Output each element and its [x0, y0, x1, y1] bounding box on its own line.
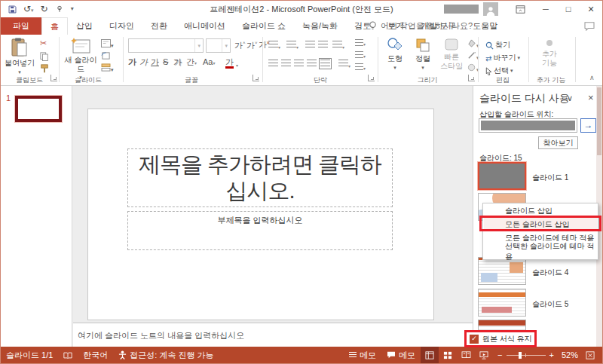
undo-icon[interactable]: ↺▾: [23, 5, 34, 14]
copy-icon[interactable]: [40, 52, 49, 63]
context-menu-item[interactable]: 슬라이드 삽입: [484, 204, 597, 218]
zoom-in-icon[interactable]: +: [549, 350, 554, 359]
align-left-icon[interactable]: [268, 60, 278, 69]
replace-button[interactable]: ⇄ 바꾸기▾: [485, 53, 520, 63]
comment-bubble-icon[interactable]: [584, 20, 595, 34]
browse-button[interactable]: 찾아보기: [538, 136, 578, 149]
select-button[interactable]: 선택▾: [485, 66, 513, 76]
view-slideshow-button[interactable]: [475, 347, 493, 363]
ribbon-tab[interactable]: 전환: [142, 17, 176, 35]
customize-qat-icon[interactable]: ▾: [71, 6, 74, 12]
bold-icon[interactable]: 가: [128, 58, 136, 66]
columns-icon[interactable]: ▾: [338, 60, 350, 69]
close-button[interactable]: ×: [580, 1, 602, 17]
ribbon-tab[interactable]: 애니메이션: [176, 17, 234, 35]
font-dialog-launcher[interactable]: [253, 75, 259, 81]
align-center-icon[interactable]: [281, 60, 291, 69]
context-menu-item[interactable]: 모든 슬라이드 삽입: [484, 218, 597, 231]
minimize-button[interactable]: ─: [534, 1, 557, 17]
numbering-icon[interactable]: ▾: [286, 41, 298, 50]
reset-slide-icon[interactable]: [101, 51, 111, 62]
ribbon-tab[interactable]: 슬라이드 쇼: [234, 17, 294, 35]
view-reading-button[interactable]: [457, 347, 475, 363]
pane-slide-1-thumbnail[interactable]: [478, 162, 526, 190]
paragraph-dialog-launcher[interactable]: [368, 75, 375, 81]
view-normal-button[interactable]: [421, 347, 439, 363]
zoom-slider-thumb[interactable]: [519, 352, 522, 359]
new-slide-button[interactable]: 새 슬라이드▾: [64, 38, 97, 80]
zoom-level[interactable]: 52%: [559, 347, 581, 363]
text-direction-icon[interactable]: ▾: [355, 39, 366, 47]
spellcheck-icon[interactable]: [58, 347, 78, 363]
format-painter-icon[interactable]: [40, 64, 49, 75]
font-size-combobox[interactable]: ▾: [206, 38, 231, 53]
language-indicator[interactable]: 한국어: [78, 347, 113, 363]
paste-button[interactable]: 붙여넣기▾: [5, 38, 35, 75]
layout-icon[interactable]: ▾: [101, 39, 114, 49]
font-color-icon[interactable]: 가: [225, 58, 234, 69]
slide-canvas[interactable]: 제목을 추가하려면 클릭하십시오. 부제목을 입력하십시오: [87, 109, 434, 320]
title-placeholder[interactable]: 제목을 추가하려면 클릭하십시오.: [127, 148, 393, 207]
font-color-dropdown[interactable]: ▾: [236, 60, 238, 69]
slide-thumbnail-panel[interactable]: 1: [1, 86, 72, 348]
tell-me-box[interactable]: 어떤 작업을 원하시나요?: [361, 17, 473, 35]
cut-icon[interactable]: ✂: [40, 39, 47, 47]
ribbon-display-options-icon[interactable]: [509, 1, 531, 17]
align-right-icon[interactable]: [294, 60, 304, 69]
text-shadow-icon[interactable]: 가: [173, 58, 182, 66]
arrange-button[interactable]: 정렬▾: [410, 38, 436, 70]
view-slide-sorter-button[interactable]: [439, 347, 457, 363]
strikethrough-icon[interactable]: S: [163, 58, 168, 66]
slide-1-thumbnail-annotated[interactable]: [15, 96, 62, 122]
increase-indent-icon[interactable]: [318, 41, 328, 50]
fit-to-window-icon[interactable]: [581, 347, 599, 363]
subtitle-placeholder[interactable]: 부제목을 입력하십시오: [127, 211, 393, 250]
pane-slide-5-thumbnail[interactable]: [478, 289, 526, 317]
align-text-icon[interactable]: ▾: [355, 51, 366, 60]
ribbon-tab[interactable]: 삽입: [68, 17, 101, 35]
slide-counter[interactable]: 슬라이드 1/1: [1, 347, 58, 363]
pane-close-icon[interactable]: ×: [588, 92, 594, 103]
addins-button[interactable]: 추가기능: [534, 38, 565, 67]
notes-toggle[interactable]: 메모: [344, 347, 381, 363]
distribute-icon[interactable]: [320, 60, 330, 69]
font-name-combobox[interactable]: ▾: [128, 38, 204, 53]
underline-icon[interactable]: 가: [151, 58, 159, 66]
go-arrow-button[interactable]: →: [580, 118, 596, 133]
ribbon-tab[interactable]: 홈: [41, 17, 68, 35]
change-case-icon[interactable]: Aa▾: [203, 58, 215, 66]
zoom-slider[interactable]: [507, 355, 546, 356]
section-icon[interactable]: ▾: [101, 63, 114, 73]
grow-font-icon[interactable]: 가˄: [234, 41, 246, 50]
justify-icon[interactable]: [307, 60, 317, 69]
save-icon[interactable]: [8, 5, 17, 14]
zoom-out-icon[interactable]: −: [497, 350, 502, 359]
bullets-icon[interactable]: ▾: [268, 41, 280, 50]
ribbon-tab[interactable]: 파일: [1, 17, 41, 35]
avatar[interactable]: [483, 2, 498, 16]
clipboard-dialog-launcher[interactable]: [51, 75, 57, 81]
ribbon-tab[interactable]: 녹음/녹화: [294, 17, 346, 35]
redo-icon[interactable]: ↻: [41, 5, 48, 14]
shapes-button[interactable]: 도형▾: [382, 38, 408, 70]
context-menu-item[interactable]: 선택한 슬라이드에 테마 적용: [484, 245, 597, 258]
line-spacing-icon[interactable]: ▾: [332, 41, 344, 50]
ribbon-tab[interactable]: 디자인: [101, 17, 142, 35]
accessibility-status[interactable]: 접근성: 계속 진행 가능: [113, 347, 219, 363]
drawing-dialog-launcher[interactable]: [468, 75, 475, 81]
convert-smartart-icon[interactable]: ▾: [355, 63, 366, 72]
quick-styles-button[interactable]: 빠른스타일: [438, 38, 465, 70]
find-button[interactable]: 찾기: [485, 40, 510, 50]
keep-formatting-checkbox[interactable]: ✓: [470, 335, 479, 344]
character-spacing-icon[interactable]: 간▾: [186, 58, 197, 66]
decrease-indent-icon[interactable]: [305, 41, 315, 50]
italic-icon[interactable]: 가: [139, 58, 148, 66]
maximize-button[interactable]: □: [557, 1, 580, 17]
pane-dropdown-icon[interactable]: ∨: [567, 93, 573, 103]
touch-mode-icon[interactable]: [55, 5, 64, 14]
notes-pane[interactable]: 여기에 슬라이드 노트의 내용을 입력하십시오: [73, 323, 473, 348]
slide-source-input[interactable]: [479, 118, 577, 133]
collapse-ribbon-icon[interactable]: ∧: [589, 75, 595, 81]
shrink-font-icon[interactable]: 가˅: [246, 41, 258, 50]
comments-toggle[interactable]: 메모: [381, 347, 421, 363]
